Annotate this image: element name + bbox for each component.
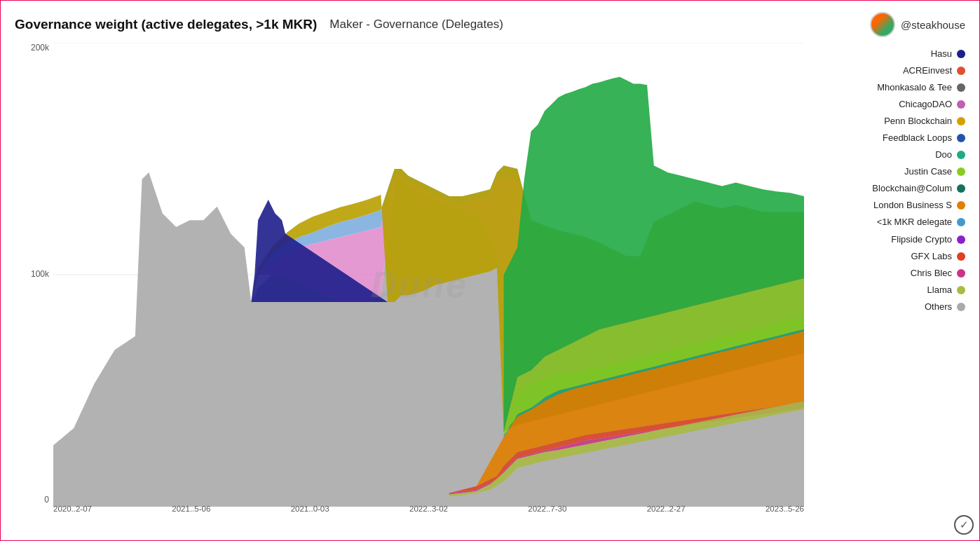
legend-item: London Business S: [811, 197, 965, 214]
checkmark-badge: ✓: [954, 515, 974, 535]
legend-dot: [957, 286, 965, 294]
legend-dot: [957, 117, 965, 125]
legend-item: Penn Blockchain: [811, 113, 965, 130]
legend-item: Justin Case: [811, 163, 965, 180]
chart-container: Governance weight (active delegates, >1k…: [0, 0, 980, 541]
y-label-200k: 200k: [31, 43, 49, 53]
legend-label: Doo: [935, 146, 952, 163]
y-label-100k: 100k: [31, 269, 49, 279]
legend-item: Feedblack Loops: [811, 130, 965, 146]
legend-item: Chris Blec: [811, 265, 965, 282]
x-axis: 2020..2-07 2021..5-06 2021..0-03 2022..3…: [53, 505, 804, 526]
header-left: Governance weight (active delegates, >1k…: [15, 17, 503, 32]
legend-item: Others: [811, 299, 965, 315]
legend-dot: [957, 83, 965, 92]
legend-item: ACREinvest: [811, 62, 965, 79]
legend-dot: [957, 134, 965, 142]
header-row: Governance weight (active delegates, >1k…: [15, 12, 965, 37]
legend-label: Flipside Crypto: [891, 231, 952, 248]
chart-area: 200k 100k 0: [15, 43, 804, 526]
chart-svg: [53, 43, 804, 507]
legend-label: Hasu: [931, 46, 952, 62]
legend-dot: [957, 50, 965, 58]
y-axis: 200k 100k 0: [15, 43, 53, 505]
header-right: @steakhouse: [870, 12, 965, 37]
legend-label: Others: [925, 299, 952, 315]
legend-dot: [957, 151, 965, 159]
main-area: 200k 100k 0: [15, 43, 965, 526]
legend-item: ChicagoDAO: [811, 96, 965, 113]
legend-item: Flipside Crypto: [811, 231, 965, 248]
legend-item: Llama: [811, 282, 965, 299]
steakhouse-logo: [870, 12, 895, 37]
legend-label: <1k MKR delegate: [877, 214, 952, 231]
legend-dot: [957, 269, 965, 278]
x-label-6: 2023..5-26: [765, 505, 804, 513]
legend-dot: [957, 201, 965, 210]
legend-label: GFX Labs: [911, 248, 952, 265]
legend-label: Penn Blockchain: [884, 113, 952, 130]
x-label-5: 2022..2-27: [647, 505, 686, 513]
handle-label: @steakhouse: [901, 19, 965, 31]
legend-dot: [957, 67, 965, 75]
legend-area: HasuACREinvestMhonkasalo & TeeChicagoDAO…: [804, 43, 965, 526]
legend-label: Llama: [927, 282, 952, 299]
legend-item: Blockchain@Colum: [811, 180, 965, 197]
x-label-0: 2020..2-07: [53, 505, 92, 513]
legend-item: Mhonkasalo & Tee: [811, 79, 965, 96]
legend-item: Doo: [811, 146, 965, 163]
x-label-4: 2022..7-30: [528, 505, 566, 513]
x-label-3: 2022..3-02: [409, 505, 448, 513]
legend-item: GFX Labs: [811, 248, 965, 265]
legend-dot: [957, 235, 965, 244]
y-label-0: 0: [44, 495, 49, 505]
x-label-2: 2021..0-03: [291, 505, 329, 513]
legend-dot: [957, 167, 965, 176]
legend-dot: [957, 184, 965, 193]
legend-dot: [957, 100, 965, 109]
chart-title: Governance weight (active delegates, >1k…: [15, 17, 317, 32]
legend-label: ChicagoDAO: [899, 96, 952, 113]
legend-label: Blockchain@Colum: [872, 180, 952, 197]
legend-label: Feedblack Loops: [883, 130, 952, 146]
legend-label: Mhonkasalo & Tee: [877, 79, 952, 96]
x-label-1: 2021..5-06: [172, 505, 210, 513]
legend-item: Hasu: [811, 46, 965, 62]
legend-label: London Business S: [873, 197, 952, 214]
legend-label: ACREinvest: [903, 62, 952, 79]
legend-label: Justin Case: [904, 163, 952, 180]
legend-label: Chris Blec: [911, 265, 952, 282]
legend-item: <1k MKR delegate: [811, 214, 965, 231]
legend-dot: [957, 218, 965, 226]
legend-dot: [957, 252, 965, 261]
legend-dot: [957, 303, 965, 311]
chart-subtitle: Maker - Governance (Delegates): [329, 18, 503, 32]
